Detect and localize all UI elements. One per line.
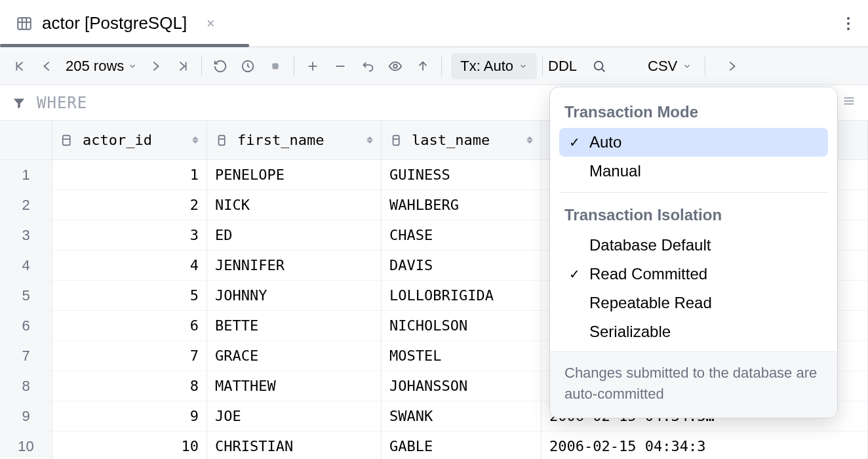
search-button[interactable] [586,53,612,79]
filter-icon [12,96,26,110]
cell-last-name[interactable]: MOSTEL [382,341,541,371]
cell-first-name[interactable]: JENNIFER [207,250,381,281]
separator [201,56,202,76]
row-number[interactable]: 7 [0,341,52,371]
tx-mode-manual[interactable]: Manual [559,157,828,186]
cell-actor-id[interactable]: 2 [52,190,207,220]
next-page-button[interactable] [142,53,168,79]
row-number[interactable]: 4 [0,250,52,281]
row-number[interactable]: 5 [0,281,52,311]
sort-icon[interactable] [192,136,199,144]
column-header-actor-id[interactable]: actor_id [52,121,207,160]
stop-button[interactable] [262,53,288,79]
cell-actor-id[interactable]: 3 [52,220,207,250]
tx-mode-auto[interactable]: ✓ Auto [559,128,828,157]
sort-icon[interactable] [366,136,373,144]
revert-button[interactable] [355,53,381,79]
cell-first-name[interactable]: PENELOPE [207,160,381,190]
row-number[interactable]: 10 [0,431,52,459]
add-row-button[interactable] [300,53,326,79]
row-number[interactable]: 3 [0,220,52,250]
cell-first-name[interactable]: ED [207,220,381,250]
svg-rect-18 [63,135,70,145]
row-number[interactable]: 1 [0,160,52,190]
iso-repeatable-read[interactable]: Repeatable Read [559,289,828,317]
delete-row-button[interactable] [327,53,353,79]
separator [441,56,442,76]
cell-last-name[interactable]: WAHLBERG [382,190,541,220]
filter-menu-icon[interactable] [842,94,856,111]
cell-last-update[interactable]: 2006-02-15 04:34:3 [542,431,867,459]
cell-last-name[interactable]: NICHOLSON [382,311,541,341]
ddl-button[interactable]: DDL [548,58,577,75]
cell-first-name[interactable]: MATTHEW [207,371,381,401]
dropdown-footer: Changes submitted to the database are au… [550,351,837,418]
svg-rect-22 [393,135,399,145]
svg-rect-0 [18,18,31,29]
check-icon: ✓ [567,134,582,150]
row-number[interactable]: 2 [0,190,52,220]
export-csv-dropdown[interactable]: CSV [648,58,692,75]
tx-mode-dropdown[interactable]: Tx: Auto [451,53,537,79]
cell-first-name[interactable]: JOE [207,401,381,431]
cell-actor-id[interactable]: 8 [52,371,207,401]
svg-point-13 [595,61,603,70]
tab-menu-button[interactable] [842,12,855,35]
row-number[interactable]: 6 [0,311,52,341]
dropdown-item-label: Auto [589,133,621,151]
svg-point-11 [394,64,398,68]
cell-last-name[interactable]: GUINESS [382,160,541,190]
close-tab-button[interactable]: × [207,15,215,32]
reload-button[interactable] [207,53,233,79]
dropdown-item-label: Read Committed [589,265,707,283]
cell-actor-id[interactable]: 1 [52,160,207,190]
cell-last-name[interactable]: DAVIS [382,250,541,281]
tab-title: actor [PostgreSQL] [42,13,187,33]
key-column-icon [60,133,76,148]
filter-placeholder: WHERE [37,94,87,112]
dropdown-section-isolation: Transaction Isolation [559,199,828,231]
last-page-button[interactable] [170,53,196,79]
tx-label: Tx: Auto [460,58,513,75]
rows-count-dropdown[interactable]: 205 rows [62,58,141,75]
schedule-button[interactable] [235,53,261,79]
cell-first-name[interactable]: NICK [207,190,381,220]
column-icon [389,133,405,148]
column-actor-id: actor_id 12345678910 [52,121,207,459]
preview-button[interactable] [382,53,408,79]
row-number[interactable]: 9 [0,401,52,431]
cell-actor-id[interactable]: 10 [52,431,207,459]
dropdown-item-label: Serializable [589,323,671,341]
check-icon: ✓ [567,266,582,282]
cell-first-name[interactable]: JOHNNY [207,281,381,311]
more-button[interactable] [719,53,745,79]
cell-actor-id[interactable]: 6 [52,311,207,341]
cell-actor-id[interactable]: 7 [52,341,207,371]
cell-last-name[interactable]: SWANK [382,401,541,431]
column-header-last-name[interactable]: last_name [382,121,541,160]
iso-database-default[interactable]: Database Default [559,231,828,260]
cell-last-name[interactable]: LOLLOBRIGIDA [382,281,541,311]
editor-tab[interactable]: actor [PostgreSQL] × [0,0,231,47]
cell-actor-id[interactable]: 5 [52,281,207,311]
cell-actor-id[interactable]: 4 [52,250,207,281]
cell-last-name[interactable]: CHASE [382,220,541,250]
submit-button[interactable] [410,53,436,79]
cell-first-name[interactable]: GRACE [207,341,381,371]
cell-first-name[interactable]: CHRISTIAN [207,431,381,459]
iso-read-committed[interactable]: ✓ Read Committed [559,260,828,289]
cell-actor-id[interactable]: 9 [52,401,207,431]
column-label: last_name [412,132,490,148]
dropdown-item-label: Manual [589,162,641,180]
tab-underline [0,44,249,47]
cell-last-name[interactable]: JOHANSSON [382,371,541,401]
prev-page-button[interactable] [34,53,60,79]
cell-first-name[interactable]: BETTE [207,311,381,341]
first-page-button[interactable] [7,53,33,79]
column-header-first-name[interactable]: first_name [207,121,381,160]
row-number[interactable]: 8 [0,371,52,401]
cell-last-name[interactable]: GABLE [382,431,541,459]
chevron-down-icon [128,62,137,71]
sort-icon[interactable] [526,136,533,144]
iso-serializable[interactable]: Serializable [559,317,828,346]
